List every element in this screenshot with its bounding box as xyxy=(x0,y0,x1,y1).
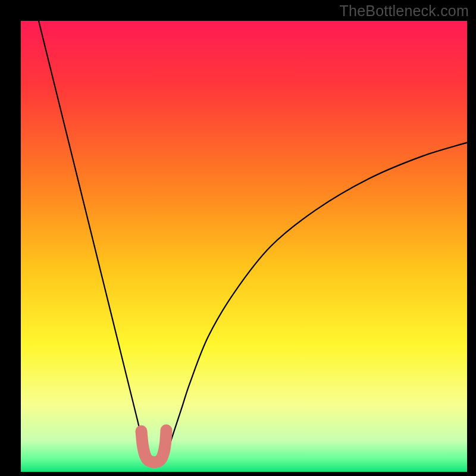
chart-background xyxy=(21,21,467,472)
watermark-text: TheBottleneck.com xyxy=(340,2,469,20)
chart-svg xyxy=(0,0,476,476)
chart-frame: TheBottleneck.com xyxy=(0,0,476,476)
